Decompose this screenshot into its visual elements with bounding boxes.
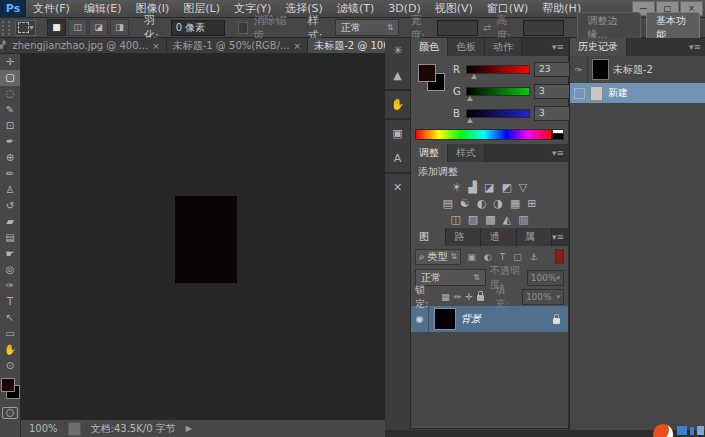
history-source-checkbox[interactable]: [574, 88, 585, 99]
quick-selection-tool[interactable]: ✎: [0, 102, 20, 118]
color-balance-icon[interactable]: ☯: [460, 196, 470, 212]
layer-comps-panel-icon[interactable]: ▣: [385, 121, 410, 146]
eyedropper-tool[interactable]: ✒: [0, 134, 20, 150]
filtering-toggle[interactable]: [555, 249, 564, 264]
history-brush-tool[interactable]: ↺: [0, 198, 20, 214]
filter-shape-layers-icon[interactable]: ▢: [511, 252, 524, 262]
status-arrow-icon[interactable]: ▶: [186, 424, 192, 433]
add-selection-button[interactable]: ◫: [68, 19, 87, 36]
gradient-tool[interactable]: ▤: [0, 230, 20, 246]
foreground-color-swatch[interactable]: [418, 64, 436, 82]
move-tool[interactable]: ✛: [0, 54, 20, 70]
eraser-tool[interactable]: ▰: [0, 214, 20, 230]
black-white-icon[interactable]: ◐: [477, 196, 487, 212]
menu-item-edit[interactable]: 编辑(E): [77, 0, 129, 17]
document-canvas[interactable]: [175, 196, 237, 283]
gradient-map-icon[interactable]: ◭: [503, 212, 511, 228]
background-layer-row[interactable]: ◉ 背景: [411, 306, 568, 332]
feather-input[interactable]: 0 像素: [171, 20, 225, 36]
color-spectrum-ramp[interactable]: [415, 129, 552, 140]
tab-color[interactable]: 颜色: [411, 38, 448, 56]
height-input[interactable]: [523, 20, 564, 36]
layer-name[interactable]: 背景: [461, 312, 553, 326]
tab-channels[interactable]: 通道: [481, 228, 516, 246]
red-value-input[interactable]: 23: [534, 62, 570, 77]
color-lookup-icon[interactable]: ⊞: [527, 196, 536, 212]
blue-slider[interactable]: [466, 109, 530, 118]
crop-tool[interactable]: ⊡: [0, 118, 20, 134]
new-selection-button[interactable]: ■: [47, 19, 66, 36]
tab-actions[interactable]: 动作: [485, 38, 522, 56]
levels-icon[interactable]: ▟: [469, 180, 477, 196]
green-value-input[interactable]: 3: [534, 84, 570, 99]
panel-menu-icon[interactable]: ▾≡: [552, 144, 568, 162]
tab-properties[interactable]: 属性: [517, 228, 552, 246]
layer-filter-type-select[interactable]: ⌕ 类型 ⇅: [415, 249, 461, 265]
close-tab-icon[interactable]: ×: [152, 41, 160, 51]
brush-panel-icon[interactable]: ✋: [385, 92, 410, 117]
glyphs-panel-icon[interactable]: A: [385, 146, 410, 171]
brush-tool[interactable]: ✏: [0, 166, 20, 182]
layer-visibility-toggle[interactable]: ◉: [411, 306, 429, 332]
close-tab-icon[interactable]: ×: [294, 41, 302, 51]
filter-type-layers-icon[interactable]: T: [498, 252, 508, 262]
channel-mixer-icon[interactable]: ▦: [510, 196, 520, 212]
antialias-checkbox[interactable]: [238, 22, 249, 34]
healing-brush-tool[interactable]: ⊕: [0, 150, 20, 166]
tool-preset-picker[interactable]: ▾: [15, 20, 36, 36]
tab-history[interactable]: 历史记录: [570, 38, 627, 56]
history-snapshot-row[interactable]: ✑ 未标题-2: [570, 56, 705, 83]
tab-swatches[interactable]: 色板: [448, 38, 485, 56]
pen-tool[interactable]: ✑: [0, 278, 20, 294]
menu-item-file[interactable]: 文件(F): [26, 0, 77, 17]
smudge-tool[interactable]: ☛: [0, 246, 20, 262]
canvas-area[interactable]: [21, 54, 385, 420]
selective-color-icon[interactable]: ▥: [518, 212, 528, 228]
tab-styles[interactable]: 样式: [448, 144, 485, 162]
rect-marquee-tool[interactable]: ▢: [0, 70, 20, 86]
tab-paths[interactable]: 路径: [446, 228, 481, 246]
brightness-contrast-icon[interactable]: ☀: [452, 180, 462, 196]
lock-image-icon[interactable]: ✏: [454, 292, 462, 302]
options-bar-grip[interactable]: [2, 21, 10, 35]
history-step-new-row[interactable]: 新建: [570, 83, 705, 103]
posterize-icon[interactable]: ▨: [468, 212, 478, 228]
menu-item-layer[interactable]: 图层(L): [176, 0, 227, 17]
shape-tool[interactable]: ▭: [0, 326, 20, 342]
threshold-icon[interactable]: ▩: [485, 212, 495, 228]
dodge-tool[interactable]: ◎: [0, 262, 20, 278]
tab-untitled-1[interactable]: 未标题-1 @ 50%(RGB/... ×: [167, 38, 308, 53]
type-tool[interactable]: T: [0, 294, 20, 310]
tools-presets-panel-icon[interactable]: ✕: [385, 175, 410, 200]
subtract-selection-button[interactable]: ◪: [89, 19, 108, 36]
lasso-tool[interactable]: ◌: [0, 86, 20, 102]
panel-menu-icon[interactable]: ▾≡: [552, 38, 568, 56]
curves-icon[interactable]: ◪: [484, 180, 494, 196]
width-input[interactable]: [437, 20, 478, 36]
layer-thumbnail[interactable]: [435, 309, 455, 329]
history-brush-source-icon[interactable]: ✑: [570, 56, 588, 83]
quick-mask-button[interactable]: [2, 407, 18, 419]
spectrum-black-swatch[interactable]: [552, 133, 564, 140]
exposure-icon[interactable]: ◩: [501, 180, 511, 196]
tab-layers[interactable]: 图层: [411, 228, 446, 246]
menu-item-filter[interactable]: 滤镜(T): [330, 0, 381, 17]
filter-smart-objects-icon[interactable]: ⚓: [528, 252, 540, 262]
lock-position-icon[interactable]: ✛: [465, 292, 473, 302]
zoom-level-input[interactable]: 100%: [29, 423, 58, 434]
opacity-input[interactable]: 100% ▾: [527, 270, 564, 286]
foreground-color-swatch[interactable]: [1, 378, 15, 392]
filter-adjustment-layers-icon[interactable]: ◐: [482, 252, 494, 262]
intersect-selection-button[interactable]: ◨: [110, 19, 129, 36]
lock-all-icon[interactable]: [477, 295, 484, 301]
path-selection-tool[interactable]: ↖: [0, 310, 20, 326]
panel-menu-icon[interactable]: ▾≡: [552, 228, 568, 246]
clone-stamp-tool[interactable]: ♙: [0, 182, 20, 198]
hand-tool[interactable]: ✋: [0, 342, 20, 358]
lock-transparency-icon[interactable]: ▦: [441, 292, 450, 302]
tab-adjustments[interactable]: 调整: [411, 144, 448, 162]
swap-wh-icon[interactable]: ⇄: [483, 22, 491, 33]
menu-item-view[interactable]: 视图(V): [428, 0, 480, 17]
vibrance-icon[interactable]: ▽: [519, 180, 527, 196]
navigator-panel-icon[interactable]: ✳: [385, 38, 410, 63]
